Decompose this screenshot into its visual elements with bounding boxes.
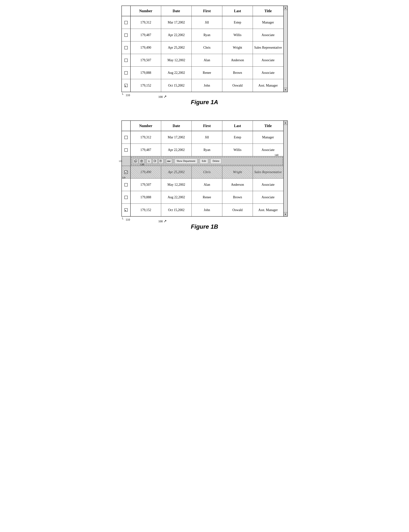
cell-first: Alan (192, 54, 222, 66)
checkbox-1a-5[interactable] (124, 71, 128, 75)
table-row[interactable]: 179,312 Mar 17,2002 Jill Estep Manager (131, 131, 283, 144)
label-110-1b: 110 (126, 218, 130, 221)
main-table-1b: Number Date First Last Title 179,312 Mar (131, 121, 283, 216)
scrollbar-1a[interactable]: ▲ ▼ (283, 6, 287, 92)
edit-button[interactable]: Edit (200, 159, 208, 164)
checkbox-cell-1a-5[interactable] (122, 66, 130, 79)
table-row[interactable]: 179,312 Mar 17,2002 Jill Estep Manager (131, 16, 283, 29)
checkbox-1a-3[interactable] (124, 46, 128, 49)
svg-rect-3 (141, 160, 142, 161)
cell-number: 179,507 (131, 179, 161, 191)
table-row[interactable]: 179,507 May 12,2002 Alan Anderson Associ… (131, 179, 283, 191)
checkbox-1b-4[interactable] (124, 183, 128, 186)
arrow-down-indicator-1b: ▼ (125, 209, 127, 212)
toolbar-row-1b: 130 140 (131, 156, 283, 166)
checkbox-cell-1a-2[interactable] (122, 29, 130, 41)
checkbox-1a-1[interactable] (124, 21, 128, 24)
table-row[interactable]: 179,888 Aug 22,2002 Renee Brown Associat… (131, 191, 283, 204)
cell-first: Jill (192, 131, 222, 143)
scrollbar-track-1b[interactable] (284, 125, 287, 212)
cell-last: Anderson (222, 179, 253, 191)
svg-rect-8 (154, 160, 155, 162)
cell-number: 179,487 (131, 29, 161, 41)
checkbox-1a-2[interactable] (124, 33, 128, 37)
checkbox-1b-1[interactable] (124, 136, 128, 139)
scrollbar-down-1a[interactable]: ▼ (284, 88, 287, 92)
svg-rect-1 (135, 160, 137, 162)
label-100-1a: 100 ↗ (158, 94, 167, 99)
cell-number: 179,312 (131, 16, 161, 29)
checkbox-cell-1b-6[interactable]: ▼ (122, 204, 130, 216)
show-department-button[interactable]: Show Department (175, 159, 197, 164)
table-row[interactable]: 179,152 Oct 15,2002 John Oswald Asst. Ma… (131, 79, 283, 92)
checkmark-icon (125, 171, 127, 173)
checkbox-1b-selected[interactable] (124, 171, 128, 174)
cell-number: 179,888 (131, 66, 161, 79)
cell-title: Asst. Manager (253, 79, 283, 92)
scrollbar-1b[interactable]: ▲ ▼ (283, 121, 287, 216)
table-row[interactable]: 179,152 Oct 15,2002 John Oswald Asst. Ma… (131, 204, 283, 216)
checkbox-cell-1b-4[interactable] (122, 179, 130, 191)
checkbox-1a-6[interactable]: ▼ (124, 84, 128, 87)
figure-1b-caption: Figure 1B (121, 223, 288, 230)
scrollbar-up-1a[interactable]: ▲ (284, 6, 287, 10)
arrow-left-1b: └ (121, 217, 123, 221)
label-125: 125 (119, 160, 122, 162)
figure-1b-footer: └ 110 100 ↗ (121, 217, 288, 221)
table-row[interactable]: 179,507 May 12,2002 Alan Anderson Associ… (131, 54, 283, 66)
arrow-left-1a: └ (121, 93, 123, 96)
label-100-1b: 100 ↗ (158, 219, 167, 223)
cell-date: May 12,2002 (161, 54, 192, 66)
cell-first: John (192, 204, 222, 216)
checkbox-cell-1b-5[interactable] (122, 191, 130, 204)
paste-icon[interactable] (139, 159, 144, 164)
spellcheck-icon[interactable]: AB (166, 159, 172, 164)
toolbar-divider-1 (145, 159, 145, 163)
scrollbar-up-1b[interactable]: ▲ (284, 121, 287, 125)
checkbox-cell-1b-selected[interactable]: 120 (122, 166, 130, 179)
cell-first: Chris (192, 166, 222, 178)
cell-first: Jill (192, 16, 222, 29)
cell-last: Wright (222, 41, 253, 54)
cell-title: Associate (253, 54, 283, 66)
svg-text:X: X (148, 160, 150, 163)
checkbox-1a-4[interactable] (124, 59, 128, 62)
checkbox-cell-1a-6[interactable]: ▼ (122, 79, 130, 92)
delete-button[interactable]: Delete (210, 159, 221, 164)
checkbox-cell-1b-2[interactable] (122, 144, 130, 156)
scrollbar-down-1b[interactable]: ▼ (284, 212, 287, 216)
toolbar-divider-2 (165, 159, 165, 163)
selected-table-row[interactable]: 179,490 Apr 25,2002 Chris Wright Sales R… (131, 166, 283, 179)
col-header-last-1b: Last (222, 121, 253, 131)
checkbox-1b-2[interactable] (124, 148, 128, 152)
toolbar-checkbox-area: 125 (122, 156, 130, 166)
checkbox-cell-1b-1[interactable] (122, 131, 130, 144)
cell-number: 179,490 (131, 41, 161, 54)
cell-date: Aug 22,2002 (161, 191, 192, 203)
table-row[interactable]: 179,490 Apr 25,2002 Chris Wright Sales R… (131, 41, 283, 54)
checkbox-cell-1a-3[interactable] (122, 41, 130, 54)
checkbox-cell-1a-1[interactable] (122, 16, 130, 29)
toolbar-content: X (131, 157, 283, 165)
col-header-number-1a: Number (131, 6, 161, 16)
arrow-right-1b: ↗ (164, 219, 167, 223)
label-110-1a: 110 (126, 94, 130, 97)
scrollbar-track-1a[interactable] (284, 10, 287, 88)
checkbox-cell-1a-4[interactable] (122, 54, 130, 66)
label-120: 120 (122, 176, 126, 179)
paste3-icon[interactable] (158, 159, 164, 164)
cell-title: Associate (253, 179, 283, 191)
checkbox-1b-5[interactable] (124, 196, 128, 199)
table-row[interactable]: 179,888 Aug 22,2002 Renee Brown Associat… (131, 66, 283, 79)
table-row[interactable]: 179,487 Apr 22,2002 Ryan Willis Associat… (131, 144, 283, 156)
checkbox-1b-6[interactable]: ▼ (124, 208, 128, 212)
table-row[interactable]: 179,487 Apr 22,2002 Ryan Willis Associat… (131, 29, 283, 41)
col-header-date-1b: Date (161, 121, 192, 131)
cell-date: Apr 22,2002 (161, 29, 192, 41)
copy-icon[interactable] (133, 159, 138, 164)
cell-date: May 12,2002 (161, 179, 192, 191)
cell-date: Oct 15,2002 (161, 79, 192, 92)
cut-icon[interactable]: X (146, 159, 152, 164)
col-header-last-1a: Last (222, 6, 253, 16)
paste2-icon[interactable] (153, 159, 158, 164)
